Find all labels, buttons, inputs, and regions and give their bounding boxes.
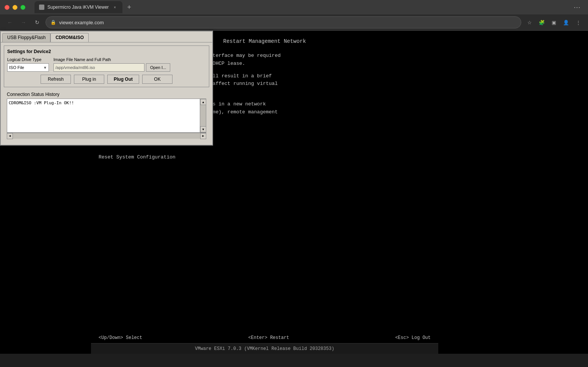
sidebar-toggle-button[interactable]: ▣ xyxy=(549,17,559,28)
extension-button[interactable]: 🧩 xyxy=(536,17,547,28)
menu-icon: ⋮ xyxy=(576,20,581,25)
new-tab-button[interactable]: + xyxy=(124,2,135,13)
scroll-right-button[interactable]: ► xyxy=(200,133,206,139)
dialog-tabs: USB Floppy&Flash CDROM&ISO xyxy=(1,31,212,42)
image-file-label: Image File Name and Full Path xyxy=(53,57,170,62)
back-icon: ← xyxy=(7,19,13,25)
status-message: CDROM&ISO :VM Plug-In OK!! xyxy=(9,100,74,105)
profile-button[interactable]: 👤 xyxy=(561,17,571,28)
connection-status-title: Connection Status History xyxy=(7,92,206,97)
scroll-up-button[interactable]: ▲ xyxy=(200,99,206,105)
dropdown-arrow-icon: ▼ xyxy=(43,66,47,70)
image-file-row: Open I... xyxy=(53,63,170,72)
file-path-input[interactable] xyxy=(53,63,144,72)
scroll-down-button[interactable]: ▼ xyxy=(200,126,206,132)
tab-usb-floppy[interactable]: USB Floppy&Flash xyxy=(2,33,50,42)
drive-type-select[interactable]: ISO File ▼ xyxy=(7,63,49,72)
window-controls[interactable]: ⋯ xyxy=(574,3,583,11)
star-icon: ☆ xyxy=(527,20,532,25)
bookmark-button[interactable]: ☆ xyxy=(524,17,535,28)
buttons-row: Refresh Plug in Plug Out OK xyxy=(7,75,206,84)
footer-center: <Enter> Restart xyxy=(248,335,289,340)
lock-icon: 🔒 xyxy=(50,20,56,25)
tab-title: Supermicro Java iKVM Viewer xyxy=(47,5,109,10)
maximize-traffic-light[interactable] xyxy=(20,5,25,10)
drive-type-value: ISO File xyxy=(9,65,43,70)
scrollbar-horizontal: ◄ ► xyxy=(7,133,206,139)
close-traffic-light[interactable] xyxy=(5,5,9,10)
scrollbar-vertical[interactable]: ▲ ▼ xyxy=(200,99,206,132)
ok-button[interactable]: OK xyxy=(142,75,172,84)
profile-icon: 👤 xyxy=(563,20,569,25)
traffic-lights xyxy=(5,5,25,10)
settings-row: Logical Drive Type ISO File ▼ Image File… xyxy=(7,57,206,72)
ikvm-dialog: USB Floppy&Flash CDROM&ISO Settings for … xyxy=(0,31,213,146)
nav-actions: ☆ 🧩 ▣ 👤 ⋮ xyxy=(524,17,583,28)
version-text: VMware ESXi 7.0.3 (VMKernel Release Buil… xyxy=(195,346,334,351)
tab-cdrom-iso[interactable]: CDROM&ISO xyxy=(50,33,89,42)
kvm-status-bar: VMware ESXi 7.0.3 (VMKernel Release Buil… xyxy=(91,343,438,354)
drive-type-col: Logical Drive Type ISO File ▼ xyxy=(7,57,49,72)
image-file-col: Image File Name and Full Path Open I... xyxy=(53,57,170,72)
reset-system-area: Reset System Configuration xyxy=(91,148,438,354)
scroll-left-button[interactable]: ◄ xyxy=(7,133,13,139)
tab-favicon xyxy=(39,5,44,10)
browser-tab[interactable]: Supermicro Java iKVM Viewer × xyxy=(34,1,122,13)
title-bar: Supermicro Java iKVM Viewer × + ⋯ xyxy=(0,0,588,14)
kvm-footer-bar: <Up/Down> Select <Enter> Restart <Esc> L… xyxy=(91,332,438,343)
status-scroll-area: CDROM&ISO :VM Plug-In OK!! ▲ ▼ xyxy=(7,99,206,133)
address-text: viewer.example.com xyxy=(59,20,104,25)
minimize-traffic-light[interactable] xyxy=(13,5,17,10)
menu-button[interactable]: ⋮ xyxy=(573,17,583,28)
nav-bar: ← → ↻ 🔒 viewer.example.com ☆ 🧩 ▣ 👤 xyxy=(0,14,588,30)
scroll-track xyxy=(200,105,206,126)
forward-icon: → xyxy=(21,19,26,25)
dialog-body: Settings for Device2 Logical Drive Type … xyxy=(1,42,212,145)
main-content: USB Floppy&Flash CDROM&ISO Settings for … xyxy=(0,31,588,354)
reset-title: Reset System Configuration xyxy=(91,148,438,166)
connection-status-section: Connection Status History CDROM&ISO :VM … xyxy=(4,90,209,142)
address-bar[interactable]: 🔒 viewer.example.com xyxy=(45,16,521,28)
forward-button[interactable]: → xyxy=(18,17,29,28)
plugin-button[interactable]: Plug in xyxy=(74,75,104,84)
extension-icon: 🧩 xyxy=(539,20,545,25)
footer-right: <Esc> Log Out xyxy=(395,335,431,340)
refresh-button[interactable]: ↻ xyxy=(32,17,42,28)
refresh-button[interactable]: Refresh xyxy=(41,75,71,84)
refresh-icon: ↻ xyxy=(35,19,39,25)
sidebar-icon: ▣ xyxy=(552,20,556,25)
settings-title: Settings for Device2 xyxy=(7,49,206,54)
open-button[interactable]: Open I... xyxy=(146,63,170,72)
drive-type-label: Logical Drive Type xyxy=(7,57,49,62)
tab-bar: Supermicro Java iKVM Viewer × + xyxy=(31,0,138,14)
scroll-h-track xyxy=(13,133,200,139)
settings-group: Settings for Device2 Logical Drive Type … xyxy=(4,45,209,87)
browser-chrome: Supermicro Java iKVM Viewer × + ⋯ ← → ↻ … xyxy=(0,0,588,31)
footer-left: <Up/Down> Select xyxy=(99,335,142,340)
plugout-button[interactable]: Plug Out xyxy=(107,75,139,84)
back-button[interactable]: ← xyxy=(5,17,15,28)
tab-close-button[interactable]: × xyxy=(112,4,118,10)
status-text-area: CDROM&ISO :VM Plug-In OK!! xyxy=(7,99,200,132)
